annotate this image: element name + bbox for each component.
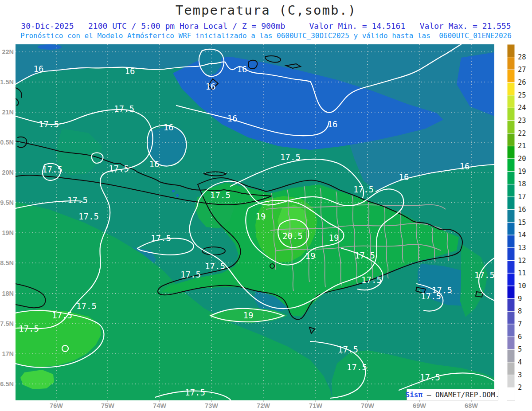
contour-label: 17.5 bbox=[361, 275, 382, 285]
contour-label: 17.5 bbox=[109, 164, 129, 173]
colorbar-label: 7 bbox=[518, 320, 522, 328]
contour-label: 17.5 bbox=[180, 270, 201, 279]
colorbar-label: 21 bbox=[518, 142, 526, 150]
colorbar-segment bbox=[507, 286, 515, 299]
colorbar-label: 6 bbox=[518, 333, 522, 341]
contour-label: 16 bbox=[164, 122, 174, 132]
colorbar-label: 18 bbox=[518, 180, 526, 188]
contour-label: 19 bbox=[329, 233, 339, 243]
colorbar-segment bbox=[507, 248, 515, 261]
colorbar-label: 27 bbox=[518, 66, 526, 74]
colorbar-segment bbox=[507, 108, 515, 121]
x-axis-label: 75W bbox=[101, 402, 114, 409]
colorbar-segment bbox=[507, 375, 515, 388]
contour-label: 19 bbox=[256, 211, 266, 221]
colorbar-segment bbox=[507, 197, 515, 210]
contour-label: 17.5 bbox=[151, 233, 171, 243]
x-axis-label: 69W bbox=[413, 402, 426, 409]
colorbar-label: 25 bbox=[518, 91, 526, 99]
colorbar-segment bbox=[507, 133, 515, 146]
colorbar-segment bbox=[507, 95, 515, 108]
colorbar-segment bbox=[507, 121, 515, 133]
contour-label: 16 bbox=[237, 64, 247, 74]
colorbar-label: 11 bbox=[518, 269, 526, 277]
contour-label: 17.5 bbox=[355, 251, 375, 260]
colorbar-label: 12 bbox=[518, 257, 526, 265]
contour-label: 17.5 bbox=[76, 301, 97, 311]
y-axis-label: 1.5N bbox=[0, 78, 14, 86]
contour-label: 17.5 bbox=[280, 152, 301, 162]
colorbar-label: 5 bbox=[518, 345, 522, 353]
x-axis-label: 71W bbox=[309, 402, 322, 409]
contour-label: 17.5 bbox=[114, 104, 134, 114]
contour-label: 17.5 bbox=[353, 184, 374, 194]
colorbar-segment bbox=[507, 349, 515, 362]
colorbar-segment bbox=[507, 362, 515, 375]
y-axis-label: 8.5N bbox=[0, 259, 14, 266]
contour-label: 17.5 bbox=[421, 291, 441, 301]
contour-label: 17.5 bbox=[19, 324, 39, 333]
colorbar-label: 17 bbox=[518, 193, 526, 201]
y-axis-label: 0.5N bbox=[0, 139, 14, 146]
colorbar-label: 19 bbox=[518, 168, 526, 176]
colorbar-segment bbox=[507, 44, 515, 57]
sispi-watermark: Sisπ – ONAMET/REP.DOM. bbox=[407, 389, 498, 400]
contour-label: 16 bbox=[227, 114, 238, 123]
colorbar-label: 13 bbox=[518, 244, 526, 252]
colorbar-label: 20 bbox=[518, 155, 526, 163]
colorbar-segment bbox=[507, 388, 515, 400]
y-axis-label: 17N bbox=[2, 350, 14, 357]
x-axis-label: 74W bbox=[153, 402, 166, 409]
y-axis-label: 6.5N bbox=[0, 380, 14, 388]
y-axis-label: 9.5N bbox=[0, 199, 14, 206]
x-axis-label: 68W bbox=[465, 402, 478, 409]
colorbar-segment bbox=[507, 172, 515, 184]
x-axis-label: 76W bbox=[50, 402, 63, 409]
contour-label: 16 bbox=[206, 82, 216, 91]
y-axis-label: 7.5N bbox=[0, 320, 14, 327]
colorbar-label: 23 bbox=[518, 117, 526, 125]
colorbar-label: 22 bbox=[518, 129, 526, 137]
x-axis-label: 72W bbox=[257, 402, 270, 409]
contour-label: 16 bbox=[149, 159, 160, 169]
colorbar-label: 16 bbox=[518, 206, 526, 214]
contour-label: 17.5 bbox=[67, 195, 88, 205]
colorbar-label: 24 bbox=[518, 104, 526, 112]
colorbar-label: 4 bbox=[518, 358, 522, 366]
contour-label: 17.5 bbox=[338, 344, 358, 354]
contour-label: 17.5 bbox=[347, 362, 367, 372]
y-axis-label: 19N bbox=[2, 229, 14, 236]
contour-label: 17.5 bbox=[39, 119, 59, 129]
y-axis-label: 22N bbox=[2, 48, 14, 55]
colorbar-label: 10 bbox=[518, 282, 526, 290]
colorbar-segment bbox=[507, 159, 515, 172]
contour-label: 17.5 bbox=[52, 310, 72, 320]
y-axis-label: 21N bbox=[2, 109, 14, 116]
contour-label: 17.5 bbox=[420, 372, 440, 382]
colorbar-label: 8 bbox=[518, 307, 522, 315]
colorbar-segment bbox=[507, 82, 515, 95]
colorbar-segment bbox=[507, 184, 515, 197]
contour-label: 19 bbox=[305, 251, 316, 261]
y-axis-label: 18N bbox=[2, 290, 14, 297]
colorbar-label: 2 bbox=[518, 384, 522, 391]
contour-label: 17.5 bbox=[78, 211, 99, 221]
contour-label: 17.5 bbox=[474, 270, 495, 280]
contour-label: 17.5 bbox=[210, 190, 231, 200]
temperature-forecast-map: 1616161616161616161617.517.517.517.517.5… bbox=[0, 0, 532, 411]
watermark-text: – ONAMET/REP.DOM. bbox=[422, 391, 499, 399]
colorbar-segment bbox=[507, 223, 515, 235]
colorbar-segment bbox=[507, 146, 515, 159]
colorbar-label: 15 bbox=[518, 219, 526, 227]
colorbar-segment bbox=[507, 210, 515, 223]
colorbar-segment bbox=[507, 311, 515, 324]
y-axis-label: 20N bbox=[2, 169, 14, 176]
colorbar-label: 3 bbox=[518, 371, 522, 379]
colorbar-segment bbox=[507, 324, 515, 337]
colorbar-label: 14 bbox=[518, 231, 526, 239]
colorbar-segment bbox=[507, 273, 515, 286]
colorbar-segment bbox=[507, 57, 515, 70]
contour-label: 17.5 bbox=[185, 388, 205, 397]
colorbar-segment bbox=[507, 337, 515, 350]
x-axis-label: 70W bbox=[361, 402, 374, 409]
